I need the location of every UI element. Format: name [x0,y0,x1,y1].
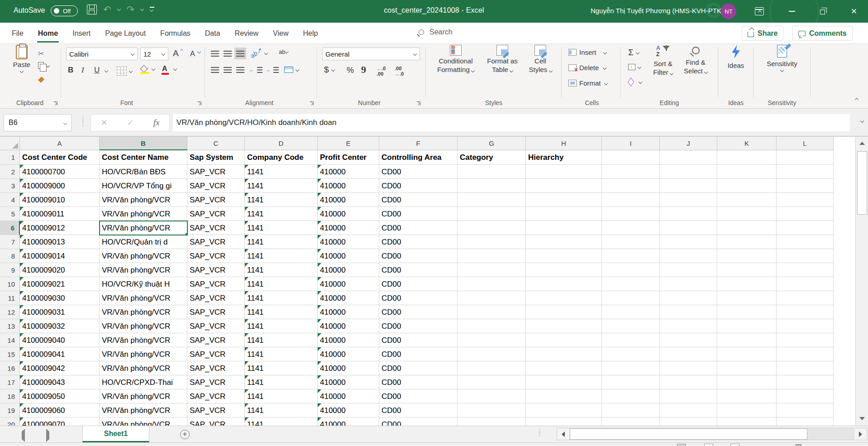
cell-D8[interactable]: 1141 [245,249,318,263]
cell-H2[interactable] [526,165,602,179]
row-header-5[interactable]: 5 [0,207,20,221]
cell-D16[interactable]: 1141 [245,361,318,375]
fill-color-button[interactable] [140,66,155,72]
cell-I5[interactable] [602,207,660,221]
select-all-corner[interactable] [0,137,20,150]
next-sheet-icon[interactable] [46,432,49,440]
scroll-left-icon[interactable] [557,428,569,440]
cell-H17[interactable] [526,375,602,389]
cell-B14[interactable]: VR/Văn phòng/VCR [100,333,187,347]
expand-formula-bar-icon[interactable] [860,119,864,123]
cell-B3[interactable]: HO/VCR/VP Tổng gi [100,179,187,193]
cell-J3[interactable] [660,179,717,193]
row-header-4[interactable]: 4 [0,193,20,207]
cell-I10[interactable] [602,277,660,291]
cell-F12[interactable]: CD00 [379,305,458,319]
cell-C9[interactable]: SAP_VCR [187,263,245,277]
cell-C12[interactable]: SAP_VCR [187,305,245,319]
cell-E8[interactable]: 410000 [318,249,379,263]
cell-K2[interactable] [717,165,777,179]
cell-D1[interactable]: Company Code [245,150,318,165]
column-header-f[interactable]: F [379,137,458,150]
cell-L4[interactable] [777,193,834,207]
cell-K13[interactable] [717,319,777,333]
cell-J1[interactable] [660,150,717,165]
cell-G13[interactable] [458,319,526,333]
cell-J4[interactable] [660,193,717,207]
comma-style-button[interactable]: 9 [361,64,366,76]
align-right-button[interactable] [234,64,246,76]
tab-insert[interactable]: Insert [65,23,98,44]
cell-F6[interactable]: CD00 [379,221,458,235]
cell-C19[interactable]: SAP_VCR [187,403,245,417]
cell-G6[interactable] [458,221,526,235]
cell-B8[interactable]: VR/Văn phòng/VCR [100,249,187,263]
new-sheet-button[interactable]: + [180,430,190,439]
cell-K15[interactable] [717,347,777,361]
formula-bar-divider[interactable]: ⋮⋮ [80,117,86,125]
cell-C4[interactable]: SAP_VCR [187,193,245,207]
cell-G15[interactable] [458,347,526,361]
cell-C6[interactable]: SAP_VCR [187,221,245,235]
cell-A14[interactable]: 4100009040 [20,333,100,347]
cell-A11[interactable]: 4100009030 [20,291,100,305]
cell-I12[interactable] [602,305,660,319]
cell-H8[interactable] [526,249,602,263]
cell-E12[interactable]: 410000 [318,305,379,319]
cell-F9[interactable]: CD00 [379,263,458,277]
tab-file[interactable]: File [5,23,31,44]
conditional-formatting-button[interactable]: ConditionalFormatting [429,45,482,74]
cell-B16[interactable]: VR/Văn phòng/VCR [100,361,187,375]
cell-F18[interactable]: CD00 [379,389,458,403]
ribbon-display-options-button[interactable] [749,0,770,23]
tab-data[interactable]: Data [198,23,228,44]
cell-D10[interactable]: 1141 [245,277,318,291]
cell-G8[interactable] [458,249,526,263]
cell-J2[interactable] [660,165,717,179]
cell-D5[interactable]: 1141 [245,207,318,221]
cell-B5[interactable]: VR/Văn phòng/VCR [100,207,187,221]
column-header-j[interactable]: J [660,137,717,150]
cell-E18[interactable]: 410000 [318,389,379,403]
cell-L10[interactable] [777,277,834,291]
cell-I19[interactable] [602,403,660,417]
cell-I2[interactable] [602,165,660,179]
cell-G3[interactable] [458,179,526,193]
decrease-indent-button[interactable]: ← [249,67,262,73]
scroll-up-icon[interactable] [857,138,867,149]
cell-H20[interactable] [526,417,602,426]
cell-E4[interactable]: 410000 [318,193,379,207]
name-box[interactable]: B6 [4,114,72,131]
cell-D3[interactable]: 1141 [245,179,318,193]
cell-I16[interactable] [602,361,660,375]
cell-K10[interactable] [717,277,777,291]
decrease-decimal-button[interactable]: .00→.0 [395,66,404,77]
cell-E5[interactable]: 410000 [318,207,379,221]
cell-G18[interactable] [458,389,526,403]
cell-L3[interactable] [777,179,834,193]
cell-G12[interactable] [458,305,526,319]
cell-G16[interactable] [458,361,526,375]
cell-F3[interactable]: CD00 [379,179,458,193]
cell-J12[interactable] [660,305,717,319]
cell-styles-button[interactable]: CellStyles [522,45,558,74]
cell-H12[interactable] [526,305,602,319]
cell-F14[interactable]: CD00 [379,333,458,347]
cell-A13[interactable]: 4100009032 [20,319,100,333]
cell-F1[interactable]: Controlling Area [379,150,458,165]
cell-D18[interactable]: 1141 [245,389,318,403]
cell-F19[interactable]: CD00 [379,403,458,417]
fill-button[interactable] [628,64,641,70]
cell-I7[interactable] [602,235,660,249]
cell-L13[interactable] [777,319,834,333]
cell-L7[interactable] [777,235,834,249]
cell-C20[interactable]: SAP_VCR [187,417,245,426]
cell-H11[interactable] [526,291,602,305]
cell-B12[interactable]: VR/Văn phòng/VCR [100,305,187,319]
cell-A3[interactable]: 4100009000 [20,179,100,193]
cell-J9[interactable] [660,263,717,277]
cancel-icon[interactable]: ✕ [101,118,108,128]
cell-C15[interactable]: SAP_VCR [187,347,245,361]
cell-B4[interactable]: VR/Văn phòng/VCR [100,193,187,207]
cell-F16[interactable]: CD00 [379,361,458,375]
